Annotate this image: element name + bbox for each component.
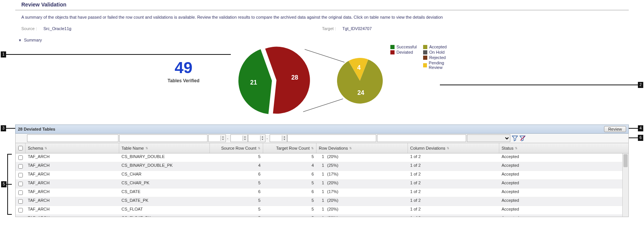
cell-row-dev: 1(17%): [316, 188, 408, 197]
col-src[interactable]: Source Row Count: [221, 146, 256, 150]
callout-5: 5: [1, 181, 6, 187]
table-row[interactable]: TAF_ARCH CS_FLOAT_PK 5 5 1(20%) 1 of 2 A…: [16, 215, 628, 217]
cell-status: Accepted: [499, 171, 553, 179]
deviated-tables-grid: Schema⇅ Table Name⇅ Source Row Count⇅ Ta…: [15, 143, 629, 217]
filter-rowdev-input[interactable]: [287, 134, 376, 142]
filter-tablename-input[interactable]: [119, 134, 208, 142]
sort-icon[interactable]: ⇅: [45, 147, 47, 150]
row-checkbox[interactable]: [18, 199, 23, 204]
cell-tablename[interactable]: CS_DATE_PK: [119, 197, 210, 206]
svg-line-4: [520, 136, 525, 141]
source-value: Src_Oracle11g: [43, 26, 71, 31]
cell-tgt-count: 6: [263, 188, 316, 197]
table-row[interactable]: TAF_ARCH CS_BINARY_DOUBLE 5 5 1(20%) 1 o…: [16, 153, 628, 162]
cell-tablename[interactable]: CS_DATE: [119, 188, 210, 197]
svg-text:4: 4: [357, 64, 361, 71]
legend-item: Accepted: [423, 45, 456, 49]
select-all-checkbox[interactable]: [18, 146, 23, 150]
callout-4-line: [629, 128, 638, 129]
row-checkbox[interactable]: [18, 182, 23, 186]
title-separator: [15, 10, 629, 10]
cell-col-dev: 1 of 2: [408, 153, 499, 162]
cell-tablename[interactable]: CS_CHAR_PK: [119, 180, 210, 188]
table-row[interactable]: TAF_ARCH CS_FLOAT 5 5 1(20%) 1 of 2 Acce…: [16, 206, 628, 215]
sort-icon[interactable]: ⇅: [515, 147, 518, 150]
table-section-header: 28 Deviated Tables Review: [15, 125, 629, 134]
table-row[interactable]: TAF_ARCH CS_CHAR 6 6 1(17%) 1 of 2 Accep…: [16, 171, 628, 180]
row-checkbox[interactable]: [18, 155, 23, 160]
cell-status: Accepted: [499, 188, 553, 197]
tables-verified-label: Tables Verified: [168, 78, 200, 83]
cell-src-count: 5: [210, 215, 263, 217]
cell-schema: TAF_ARCH: [26, 153, 119, 162]
cell-tgt-count: 5: [263, 197, 316, 206]
row-checkbox[interactable]: [18, 208, 23, 212]
callout-6-line: [629, 137, 638, 138]
cell-tablename[interactable]: CS_FLOAT_PK: [119, 215, 210, 217]
col-tgt[interactable]: Target Row Count: [276, 146, 310, 150]
table-row[interactable]: TAF_ARCH CS_DATE_PK 5 5 1(20%) 1 of 2 Ac…: [16, 197, 628, 206]
filter-status-select[interactable]: [467, 134, 510, 142]
filter-tgt-max[interactable]: ▲▼: [270, 134, 286, 142]
pie-chart-sub: 424: [335, 56, 385, 106]
row-checkbox[interactable]: [18, 164, 23, 169]
cell-src-count: 6: [210, 171, 263, 179]
target-label: Target :: [322, 26, 336, 31]
col-status[interactable]: Status: [502, 146, 513, 150]
sort-icon[interactable]: ⇅: [258, 147, 260, 150]
sort-icon[interactable]: ⇅: [311, 147, 314, 150]
col-tablename[interactable]: Table Name: [121, 146, 144, 150]
cell-row-dev: 1(20%): [316, 197, 408, 206]
cell-status: Accepted: [499, 180, 553, 188]
filter-src-max[interactable]: ▲▼: [230, 134, 247, 142]
legend-swatch: [423, 45, 427, 49]
cell-tgt-count: 5: [263, 215, 316, 217]
table-row[interactable]: TAF_ARCH CS_BINARY_DOUBLE_PK 4 4 1(25%) …: [16, 162, 628, 171]
col-coldev[interactable]: Column Deviations: [410, 146, 445, 150]
cell-col-dev: 1 of 2: [408, 206, 499, 214]
cell-src-count: 4: [210, 162, 263, 171]
row-checkbox[interactable]: [18, 173, 23, 177]
cell-tgt-count: 5: [263, 206, 316, 214]
cell-tablename[interactable]: CS_BINARY_DOUBLE: [119, 153, 210, 162]
row-checkbox[interactable]: [18, 190, 23, 195]
filter-schema-input[interactable]: [27, 134, 118, 142]
cell-row-dev: 1(17%): [316, 171, 408, 179]
table-row[interactable]: TAF_ARCH CS_DATE 6 6 1(17%) 1 of 2 Accep…: [16, 188, 628, 197]
cell-src-count: 5: [210, 153, 263, 162]
filter-src-min[interactable]: ▲▼: [208, 134, 225, 142]
legend-label: Pending Review: [429, 61, 456, 70]
col-schema[interactable]: Schema: [28, 146, 43, 150]
callout-6: 6: [638, 135, 643, 141]
sort-icon[interactable]: ⇅: [447, 147, 449, 150]
svg-text:24: 24: [358, 89, 364, 96]
filter-clear-icon[interactable]: [519, 135, 526, 141]
callout-5-line: [6, 184, 12, 185]
scrollbar-thumb[interactable]: [623, 154, 628, 167]
cell-tablename[interactable]: CS_BINARY_DOUBLE_PK: [119, 162, 210, 171]
callout-1-line: [6, 54, 231, 55]
table-scrollbar[interactable]: [622, 153, 628, 217]
cell-tablename[interactable]: CS_FLOAT: [119, 206, 210, 214]
sort-icon[interactable]: ⇅: [145, 147, 148, 150]
legend-label: Deviated: [396, 50, 413, 54]
filter-tgt-min[interactable]: ▲▼: [248, 134, 265, 142]
target-value: Tgt_IDV024707: [342, 26, 372, 31]
callout-3-line: [6, 128, 15, 129]
cell-status: Accepted: [499, 162, 553, 171]
cell-src-count: 5: [210, 197, 263, 206]
filter-apply-icon[interactable]: [512, 135, 518, 141]
cell-schema: TAF_ARCH: [26, 197, 119, 206]
sort-icon[interactable]: ⇅: [349, 147, 352, 150]
cell-status: Accepted: [499, 153, 553, 162]
chevron-down-icon: ▼: [18, 38, 22, 42]
cell-tablename[interactable]: CS_CHAR: [119, 171, 210, 179]
summary-toggle[interactable]: ▼ Summary: [15, 38, 629, 45]
filter-coldev-input[interactable]: [377, 134, 466, 142]
callout-2: 2: [638, 82, 643, 88]
table-row[interactable]: TAF_ARCH CS_CHAR_PK 5 5 1(20%) 1 of 2 Ac…: [16, 180, 628, 188]
summary-toggle-label: Summary: [24, 38, 42, 42]
col-rowdev[interactable]: Row Deviations: [319, 146, 348, 150]
cell-schema: TAF_ARCH: [26, 188, 119, 197]
review-button[interactable]: Review: [604, 126, 626, 132]
